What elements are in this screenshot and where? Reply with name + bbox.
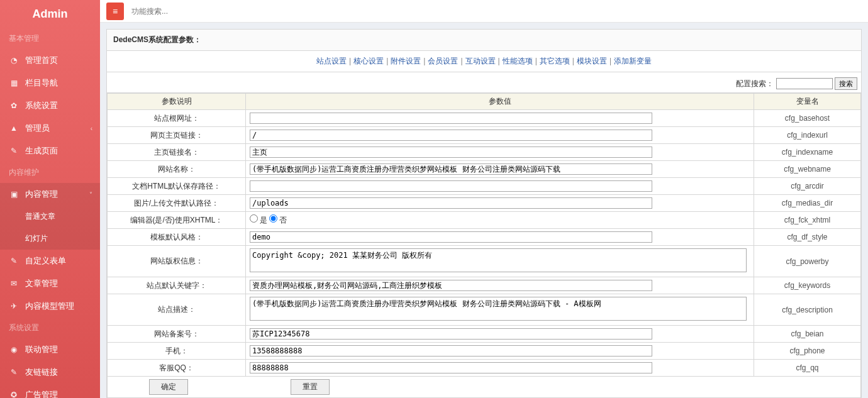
config-value-cell: 是 否 (246, 212, 754, 229)
config-row: 站点根网址：cfg_basehost (108, 110, 861, 127)
config-label: 网页主页链接： (108, 127, 246, 144)
nav-label: 管理首页 (25, 55, 58, 66)
config-label: 网站备案号： (108, 326, 246, 343)
nav-label: 广告管理 (25, 389, 58, 398)
nav-icon: ✎ (9, 368, 19, 377)
config-textarea[interactable] (250, 297, 747, 321)
config-value-cell (246, 229, 754, 246)
nav-icon: ▲ (9, 124, 19, 133)
nav-item[interactable]: ✈内容模型管理 (0, 295, 100, 318)
config-text-input[interactable] (250, 345, 652, 357)
config-tab[interactable]: 站点设置 (316, 57, 347, 65)
nav-label: 栏目导航 (25, 77, 58, 89)
config-value-cell (246, 178, 754, 195)
config-tab[interactable]: 会员设置 (428, 57, 458, 65)
config-search-bar: 配置搜索： 搜索 (107, 75, 861, 93)
nav-label: 生成页面 (25, 145, 58, 157)
config-label: 站点默认关键字： (108, 277, 246, 294)
config-value-cell (246, 294, 754, 326)
config-varname: cfg_df_style (754, 229, 861, 246)
config-text-input[interactable] (250, 362, 652, 373)
config-label: 网站名称： (108, 161, 246, 178)
config-row: 站点描述：cfg_description (108, 294, 861, 326)
config-label: 网站版权信息： (108, 246, 246, 277)
nav-item[interactable]: ▣内容管理˅ (0, 183, 100, 206)
nav-item[interactable]: ✉文章管理 (0, 272, 100, 295)
nav-sub-item[interactable]: 幻灯片 (0, 228, 100, 250)
config-label: 图片/上传文件默认路径： (108, 195, 246, 212)
radio-no[interactable] (269, 214, 277, 223)
nav-label: 友链链接 (25, 367, 58, 378)
config-varname: cfg_webname (754, 161, 861, 178)
nav-label: 内容管理 (25, 189, 58, 200)
config-text-input[interactable] (250, 180, 652, 192)
config-varname: cfg_description (754, 294, 861, 326)
config-varname: cfg_powerby (754, 246, 861, 277)
config-text-input[interactable] (250, 130, 652, 141)
config-label: 站点根网址： (108, 110, 246, 127)
config-search-input[interactable] (776, 78, 833, 89)
nav-section-title: 系统设置 (0, 318, 100, 338)
config-row: 图片/上传文件默认路径：cfg_medias_dir (108, 195, 861, 212)
nav-item[interactable]: ▲管理员‹ (0, 117, 100, 140)
col-value: 参数值 (246, 94, 754, 110)
config-text-input[interactable] (250, 146, 652, 158)
config-varname: cfg_indexname (754, 144, 861, 161)
nav-icon: ▦ (9, 79, 19, 87)
config-value-cell (246, 360, 754, 377)
nav-item[interactable]: ✎生成页面 (0, 140, 100, 162)
config-row: 客服QQ：cfg_qq (108, 360, 861, 377)
config-value-cell (246, 326, 754, 343)
nav-label: 自定义表单 (25, 255, 66, 267)
config-tab[interactable]: 核心设置 (353, 57, 384, 65)
nav-item[interactable]: ◉联动管理 (0, 338, 100, 361)
nav-item[interactable]: ✎友链链接 (0, 361, 100, 384)
config-search-button[interactable]: 搜索 (835, 77, 857, 90)
config-value-cell (246, 195, 754, 212)
config-row: 编辑器(是/否)使用XHTML： 是 否cfg_fck_xhtml (108, 212, 861, 229)
config-tab[interactable]: 互动设置 (465, 57, 496, 65)
config-text-input[interactable] (250, 280, 652, 291)
config-value-cell (246, 343, 754, 360)
nav-item[interactable]: ✪广告管理 (0, 384, 100, 398)
col-var: 变量名 (754, 94, 861, 110)
config-text-input[interactable] (250, 113, 652, 124)
nav-label: 系统设置 (25, 100, 58, 111)
config-value-cell (246, 161, 754, 178)
config-varname: cfg_arcdir (754, 178, 861, 195)
config-tab[interactable]: 模块设置 (577, 57, 607, 65)
nav-item[interactable]: ▦栏目导航 (0, 72, 100, 94)
nav-item[interactable]: ◔管理首页 (0, 49, 100, 72)
config-varname: cfg_keywords (754, 277, 861, 294)
config-text-input[interactable] (250, 231, 652, 243)
config-textarea[interactable] (250, 248, 747, 272)
nav-icon: ✉ (9, 279, 19, 288)
config-label: 编辑器(是/否)使用XHTML： (108, 212, 246, 229)
nav-icon: ▣ (9, 190, 19, 199)
ok-button[interactable]: 确定 (149, 379, 188, 395)
nav-icon: ✎ (9, 257, 19, 265)
config-tabs: 站点设置|核心设置|附件设置|会员设置|互动设置|性能选项|其它选项|模块设置|… (107, 51, 861, 72)
nav-section-title: 基本管理 (0, 28, 100, 49)
nav-icon: ✈ (9, 302, 19, 311)
config-tab[interactable]: 添加新变量 (614, 57, 652, 65)
radio-yes[interactable] (250, 214, 258, 223)
config-panel: DedeCMS系统配置参数： 站点设置|核心设置|附件设置|会员设置|互动设置|… (106, 29, 862, 398)
config-tab[interactable]: 其它选项 (540, 57, 570, 65)
nav-item[interactable]: ✿系统设置 (0, 94, 100, 117)
nav-section-title: 内容维护 (0, 162, 100, 183)
config-tab[interactable]: 性能选项 (503, 57, 533, 65)
menu-toggle-icon[interactable]: ≡ (106, 3, 124, 20)
config-row: 模板默认风格：cfg_df_style (108, 229, 861, 246)
nav-item[interactable]: ✎自定义表单 (0, 250, 100, 272)
config-text-input[interactable] (250, 163, 652, 175)
config-text-input[interactable] (250, 328, 652, 340)
nav-label: 文章管理 (25, 278, 58, 289)
nav-sub-item[interactable]: 普通文章 (0, 206, 100, 228)
function-search-input[interactable] (131, 7, 257, 16)
config-tab[interactable]: 附件设置 (391, 57, 421, 65)
reset-button[interactable]: 重置 (291, 379, 330, 395)
config-text-input[interactable] (250, 197, 652, 209)
config-varname: cfg_basehost (754, 110, 861, 127)
nav-icon: ✎ (9, 146, 19, 155)
